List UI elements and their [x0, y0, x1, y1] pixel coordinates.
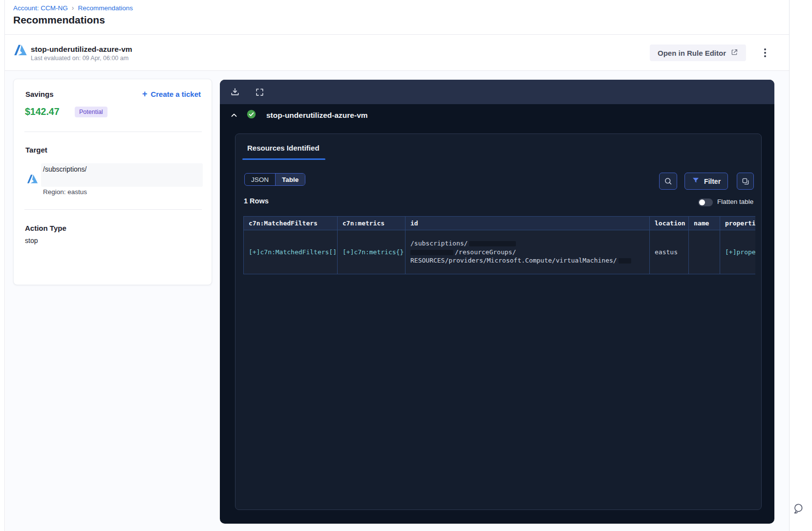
azure-target-icon — [26, 173, 39, 185]
card-divider — [24, 132, 202, 132]
rule-last-evaluated: Last evaluated on: 09 Apr, 06:00 am — [31, 55, 128, 62]
table-row: [+]c7n:MatchedFilters[] [+]c7n:metrics{}… — [244, 230, 756, 274]
rule-name: stop-underutilized-azure-vm — [31, 45, 132, 54]
flatten-table-toggle[interactable] — [698, 199, 713, 206]
results-table-container: c7n:MatchedFilters c7n:metrics id locati… — [243, 216, 755, 276]
col-matched-filters: c7n:MatchedFilters — [244, 217, 338, 230]
open-in-rule-editor-label: Open in Rule Editor — [658, 49, 726, 57]
target-label: Target — [25, 146, 47, 154]
col-name: name — [689, 217, 720, 230]
breadcrumb-separator: › — [72, 4, 74, 12]
card-divider-2 — [24, 209, 202, 210]
chevron-up-icon[interactable] — [229, 110, 239, 121]
resources-card: Resources Identified JSON Table Filter — [235, 133, 762, 510]
rule-result-header: stop-underutilized-azure-vm — [229, 109, 368, 121]
savings-label: Savings — [25, 90, 54, 98]
action-type-label: Action Type — [25, 224, 66, 232]
viewer-rule-title: stop-underutilized-azure-vm — [266, 111, 368, 120]
search-icon[interactable] — [659, 173, 677, 190]
redacted-vm-name — [619, 258, 631, 264]
cell-location: eastus — [650, 230, 689, 274]
col-properties: properties — [720, 217, 756, 230]
redacted-resource-group-prefix — [410, 250, 453, 255]
filter-icon — [692, 177, 700, 186]
redacted-subscription-id — [469, 241, 516, 246]
flatten-table-label: Flatten table — [717, 198, 753, 205]
tab-active-underline — [242, 158, 325, 160]
tab-resources-identified[interactable]: Resources Identified — [247, 144, 320, 152]
summary-card: Savings + Create a ticket $142.47 Potent… — [13, 79, 212, 285]
page-title: Recommendations — [13, 14, 105, 26]
id-line-3: RESOURCES/providers/Microsoft.Compute/vi… — [410, 257, 617, 264]
cell-id: /subscriptions/ /resourceGroups/ RESOURC… — [406, 230, 650, 274]
success-check-icon — [246, 109, 256, 121]
plus-icon: + — [142, 89, 148, 98]
breadcrumb-recommendations-link[interactable]: Recommendations — [78, 4, 133, 12]
col-id: id — [406, 217, 650, 230]
target-region: Region: eastus — [43, 188, 87, 196]
col-location: location — [650, 217, 689, 230]
filter-button[interactable]: Filter — [684, 173, 728, 190]
resources-viewer-panel: stop-underutilized-azure-vm Resources Id… — [220, 80, 774, 524]
right-gutter — [789, 0, 812, 531]
kebab-menu-icon[interactable] — [759, 46, 771, 59]
savings-amount: $142.47 — [25, 106, 60, 117]
cell-name — [689, 230, 720, 274]
id-line-2: /resourceGroups/ — [455, 248, 516, 256]
download-icon[interactable] — [230, 87, 240, 97]
filter-label: Filter — [704, 177, 721, 185]
potential-badge: Potential — [75, 107, 107, 117]
cell-matched-filters-expander[interactable]: [+]c7n:MatchedFilters[] — [244, 230, 338, 274]
create-ticket-button[interactable]: + Create a ticket — [142, 89, 201, 98]
action-type-value: stop — [25, 237, 38, 244]
id-line-1: /subscriptions/ — [410, 240, 468, 247]
table-view-toggle[interactable]: Table — [276, 174, 305, 185]
chat-help-icon[interactable] — [791, 502, 805, 516]
target-path: /subscriptions/ — [43, 165, 86, 173]
cell-properties-expander[interactable]: [+]properties{} — [720, 230, 756, 274]
cell-metrics-expander[interactable]: [+]c7n:metrics{} — [338, 230, 406, 274]
col-metrics: c7n:metrics — [338, 217, 406, 230]
breadcrumb: Account: CCM-NG › Recommendations — [13, 4, 133, 12]
open-in-rule-editor-button[interactable]: Open in Rule Editor — [650, 44, 746, 61]
table-header-row: c7n:MatchedFilters c7n:metrics id locati… — [244, 217, 756, 230]
view-mode-switch: JSON Table — [244, 173, 305, 186]
external-link-icon — [730, 48, 738, 58]
breadcrumb-account-link[interactable]: Account: CCM-NG — [13, 4, 68, 12]
header-divider — [5, 34, 789, 35]
create-ticket-label: Create a ticket — [150, 90, 201, 98]
azure-logo-icon — [13, 43, 28, 58]
app-root: Account: CCM-NG › Recommendations Recomm… — [0, 0, 812, 531]
fullscreen-icon[interactable] — [254, 87, 265, 97]
copy-icon[interactable] — [737, 173, 754, 190]
rows-count: 1 Rows — [244, 197, 269, 205]
left-gutter — [0, 0, 5, 531]
results-table: c7n:MatchedFilters c7n:metrics id locati… — [243, 216, 755, 274]
json-view-toggle[interactable]: JSON — [245, 174, 276, 185]
viewer-toolbar — [220, 80, 774, 104]
